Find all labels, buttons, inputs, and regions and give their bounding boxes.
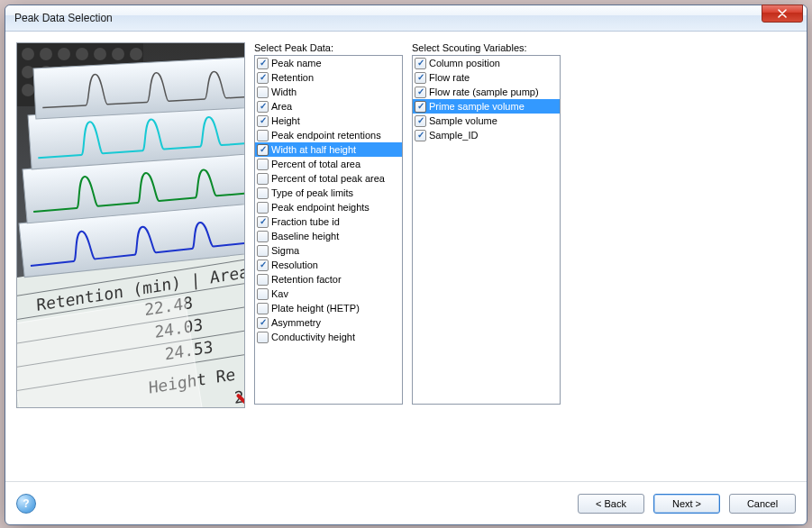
peak-data-item[interactable]: Fraction tube id	[255, 214, 402, 229]
peak-data-item[interactable]: Kav	[255, 287, 402, 301]
peak-data-checkbox[interactable]	[257, 101, 269, 113]
peak-data-item-label: Peak endpoint heights	[271, 202, 370, 213]
peak-data-checkbox[interactable]	[257, 72, 269, 84]
scouting-item[interactable]: Prime sample volume	[413, 99, 560, 114]
cancel-button[interactable]: Cancel	[729, 494, 796, 514]
peak-data-item[interactable]: Retention factor	[255, 272, 402, 287]
peak-data-checkbox[interactable]	[257, 144, 269, 156]
peak-data-item[interactable]: Type of peak limits	[255, 186, 402, 200]
peak-data-checkbox[interactable]	[257, 173, 269, 185]
peak-data-item[interactable]: Width at half height	[255, 142, 402, 157]
peak-data-checkbox[interactable]	[257, 259, 269, 271]
scouting-checkbox[interactable]	[415, 130, 426, 141]
close-icon	[778, 9, 787, 18]
scouting-checkbox[interactable]	[415, 101, 426, 113]
back-button[interactable]: < Back	[578, 494, 644, 514]
scouting-listbox[interactable]: Column positionFlow rateFlow rate (sampl…	[412, 55, 561, 405]
scouting-item[interactable]: Sample_ID	[413, 128, 560, 142]
peak-data-item-label: Plate height (HETP)	[271, 303, 360, 314]
scouting-checkbox[interactable]	[415, 115, 426, 127]
peak-data-item[interactable]: Peak name	[255, 56, 402, 70]
peak-data-item[interactable]: Asymmetry	[255, 315, 402, 330]
peak-data-item[interactable]: Sigma	[255, 243, 402, 258]
peak-data-checkbox[interactable]	[257, 332, 269, 343]
peak-data-item-label: Retention	[271, 72, 314, 83]
peak-data-item-label: Peak endpoint retentions	[271, 130, 381, 141]
peak-data-item-label: Area	[271, 101, 292, 112]
peak-data-item-label: Sigma	[271, 245, 299, 256]
peak-data-item[interactable]: Peak endpoint heights	[255, 200, 402, 214]
scouting-item-label: Flow rate	[429, 72, 470, 83]
peak-data-item[interactable]: Conductivity height	[255, 330, 402, 344]
svg-point-16	[22, 84, 34, 96]
peak-data-checkbox[interactable]	[257, 245, 269, 257]
svg-point-4	[58, 48, 70, 60]
next-button[interactable]: Next >	[653, 494, 720, 514]
wizard-illustration: Retention (min) | Area ( 22.48 24.03 24.…	[16, 42, 245, 408]
peak-data-checkbox[interactable]	[257, 288, 269, 300]
peak-data-item[interactable]: Baseline height	[255, 229, 402, 243]
svg-point-8	[130, 48, 142, 60]
peak-data-item-label: Width at half height	[271, 144, 356, 155]
peak-data-item[interactable]: Peak endpoint retentions	[255, 128, 402, 142]
scouting-column: Select Scouting Variables: Column positi…	[412, 42, 561, 470]
peak-data-item-label: Height	[271, 115, 300, 126]
peak-data-checkbox[interactable]	[257, 231, 269, 242]
peak-data-item-label: Asymmetry	[271, 317, 321, 328]
svg-point-9	[22, 66, 34, 78]
peak-data-checkbox[interactable]	[257, 317, 269, 329]
peak-data-item[interactable]: Retention	[255, 70, 402, 85]
peak-data-checkbox[interactable]	[257, 216, 269, 228]
peak-data-item-label: Resolution	[271, 259, 318, 270]
scouting-checkbox[interactable]	[415, 58, 426, 69]
peak-data-item[interactable]: Height	[255, 114, 402, 128]
svg-point-5	[76, 48, 88, 60]
peak-data-item-label: Type of peak limits	[271, 187, 353, 198]
titlebar: Peak Data Selection	[5, 5, 807, 32]
peak-data-item[interactable]: Percent of total area	[255, 157, 402, 171]
peak-data-column: Select Peak Data: Peak nameRetentionWidt…	[254, 42, 403, 470]
peak-data-checkbox[interactable]	[257, 130, 269, 141]
scouting-item[interactable]: Flow rate (sample pump)	[413, 85, 560, 99]
peak-data-checkbox[interactable]	[257, 202, 269, 214]
peak-data-item-label: Width	[271, 86, 297, 97]
peak-data-item[interactable]: Area	[255, 99, 402, 114]
peak-data-item-label: Fraction tube id	[271, 216, 340, 227]
illustration-graphic: Retention (min) | Area ( 22.48 24.03 24.…	[17, 43, 244, 407]
svg-point-7	[112, 48, 124, 60]
svg-point-6	[94, 48, 106, 60]
help-button[interactable]: ?	[16, 494, 36, 514]
scouting-item[interactable]: Sample volume	[413, 114, 560, 128]
peak-data-checkbox[interactable]	[257, 86, 269, 98]
footer: ? < Back Next > Cancel	[5, 481, 807, 524]
scouting-item[interactable]: Flow rate	[413, 70, 560, 85]
scouting-label: Select Scouting Variables:	[412, 42, 561, 53]
peak-data-item-label: Percent of total area	[271, 159, 360, 169]
content-area: Retention (min) | Area ( 22.48 24.03 24.…	[5, 32, 807, 481]
peak-data-item-label: Retention factor	[271, 274, 342, 285]
peak-data-checkbox[interactable]	[257, 303, 269, 314]
svg-point-2	[22, 48, 34, 60]
peak-data-item[interactable]: Plate height (HETP)	[255, 301, 402, 315]
peak-data-item[interactable]: Resolution	[255, 258, 402, 272]
peak-data-checkbox[interactable]	[257, 274, 269, 286]
peak-data-checkbox[interactable]	[257, 58, 269, 69]
scouting-checkbox[interactable]	[415, 86, 426, 98]
peak-data-item-label: Kav	[271, 288, 288, 299]
peak-data-label: Select Peak Data:	[254, 42, 403, 53]
peak-data-item[interactable]: Percent of total peak area	[255, 171, 402, 186]
peak-data-checkbox[interactable]	[257, 115, 269, 127]
window-title: Peak Data Selection	[14, 12, 762, 24]
dialog-window: Peak Data Selection	[5, 5, 807, 525]
close-button[interactable]	[762, 5, 803, 23]
peak-data-item-label: Percent of total peak area	[271, 173, 385, 184]
scouting-item-label: Sample_ID	[429, 130, 478, 141]
scouting-checkbox[interactable]	[415, 72, 426, 84]
peak-data-item-label: Conductivity height	[271, 332, 355, 342]
peak-data-checkbox[interactable]	[257, 187, 269, 199]
peak-data-listbox[interactable]: Peak nameRetentionWidthAreaHeightPeak en…	[254, 55, 403, 405]
svg-point-3	[40, 48, 52, 60]
peak-data-item[interactable]: Width	[255, 85, 402, 99]
scouting-item[interactable]: Column position	[413, 56, 560, 70]
peak-data-checkbox[interactable]	[257, 159, 269, 170]
